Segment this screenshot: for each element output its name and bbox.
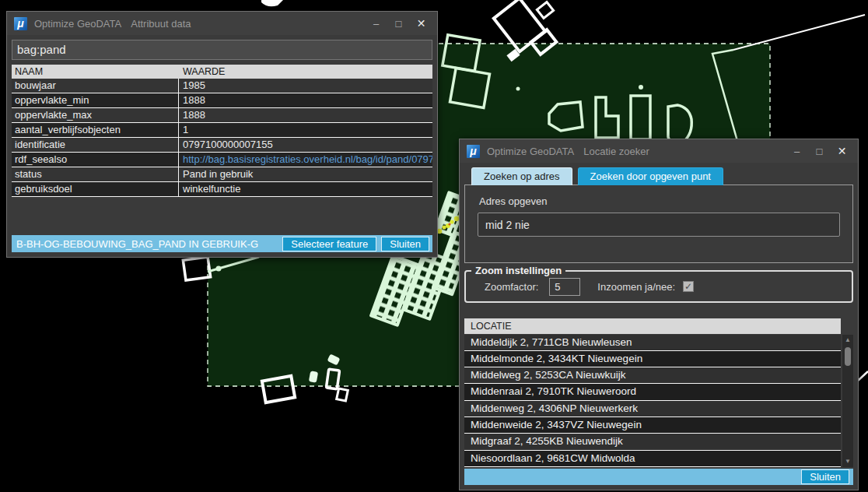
address-label: Adres opgeven (479, 195, 840, 207)
tab-zoeken-door-opgeven-punt[interactable]: Zoeken door opgeven punt (578, 167, 723, 185)
zoomfactor-label: Zoomfactor: (485, 281, 538, 293)
inzoomen-checkbox[interactable]: ✓ (683, 281, 694, 292)
search-tabs: Zoeken op adres Zoeken door opgeven punt (471, 167, 853, 185)
locatie-column-header: LOCATIE (464, 318, 841, 334)
zoomfactor-input[interactable] (549, 278, 580, 296)
attribute-window-titlebar[interactable]: μ Optimize GeoDATAAttribuut data – □ ✕ (7, 12, 437, 35)
window-title: Optimize GeoDATALocatie zoeker (487, 146, 649, 157)
location-window-titlebar[interactable]: μ Optimize GeoDATALocatie zoeker – □ ✕ (460, 139, 858, 163)
column-header-waarde: WAARDE (179, 65, 432, 79)
location-rows: Middeldijk 2, 7711CB Nieuwleusen Middelm… (464, 335, 841, 467)
maximize-icon[interactable]: □ (808, 146, 831, 157)
close-icon[interactable]: ✕ (410, 17, 432, 30)
list-item[interactable]: Midgraaf 2, 4255KB Nieuwendijk (464, 434, 841, 450)
zoom-settings-title: Zoom instellingen (471, 265, 565, 276)
sluiten-button[interactable]: Sluiten (381, 237, 429, 251)
rdf-seealso-link[interactable]: http://bag.basisregistraties.overheid.nl… (179, 153, 432, 167)
location-search-window: μ Optimize GeoDATALocatie zoeker – □ ✕ Z… (459, 139, 859, 490)
column-header-naam: NAAM (12, 65, 179, 79)
attribute-table: bouwjaar 1985 oppervlakte_min 1888 opper… (12, 79, 432, 197)
minimize-icon[interactable]: – (786, 146, 808, 157)
scroll-up-icon[interactable]: ▲ (845, 336, 851, 344)
list-item[interactable]: Middenweide 2, 3437VZ Nieuwegein (464, 417, 841, 434)
maximize-icon[interactable]: □ (387, 18, 410, 30)
scroll-down-icon[interactable]: ▼ (845, 458, 851, 466)
zoom-settings-group: Zoom instellingen Zoomfactor: Inzoomen j… (464, 270, 853, 303)
list-scrollbar[interactable]: ▲ ▼ (842, 335, 853, 468)
sluiten-button[interactable]: Sluiten (801, 469, 849, 484)
attribute-data-window: μ Optimize GeoDATAAttribuut data – □ ✕ b… (6, 11, 438, 258)
selecteer-feature-button[interactable]: Selecteer feature (282, 237, 376, 251)
table-row[interactable]: gebruiksdoel winkelfunctie (12, 182, 432, 197)
tab-zoeken-op-adres[interactable]: Zoeken op adres (471, 167, 572, 185)
address-input[interactable] (478, 213, 840, 237)
table-row[interactable]: identificatie 0797100000007155 (12, 138, 432, 153)
list-item[interactable]: Middeldijk 2, 7711CB Nieuwleusen (464, 335, 841, 351)
table-row[interactable]: oppervlakte_max 1888 (12, 108, 432, 123)
table-row[interactable]: aantal_verblijfsobjecten 1 (12, 123, 432, 138)
app-logo-icon: μ (14, 17, 27, 30)
inzoomen-label: Inzoomen ja/nee: (597, 281, 675, 293)
list-item[interactable]: Middelweg 2, 5253CA Nieuwkuijk (464, 367, 841, 384)
feature-status-text: B-BH-OG-BEBOUWING_BAG_PAND IN GEBRUIK-G (16, 238, 258, 250)
attribute-table-header: NAAM WAARDE (12, 65, 432, 79)
location-bottom-bar: Sluiten (464, 469, 853, 485)
close-icon[interactable]: ✕ (831, 145, 853, 157)
location-results-list: LOCATIE Middeldijk 2, 7711CB Nieuwleusen… (464, 318, 853, 467)
feature-class-header: bag:pand (12, 40, 432, 60)
table-empty-area (12, 197, 432, 235)
app-logo-icon: μ (467, 145, 480, 158)
minimize-icon[interactable]: – (365, 18, 387, 30)
table-row[interactable]: bouwjaar 1985 (12, 79, 432, 93)
window-title: Optimize GeoDATAAttribuut data (34, 18, 191, 30)
checkmark-icon: ✓ (684, 281, 692, 292)
attribute-status-bar: B-BH-OG-BEBOUWING_BAG_PAND IN GEBRUIK-G … (12, 235, 432, 252)
list-item[interactable]: Middenweg 2, 4306NP Nieuwerkerk (464, 401, 841, 417)
table-row[interactable]: rdf_seealso http://bag.basisregistraties… (12, 153, 432, 167)
table-row[interactable]: status Pand in gebruik (12, 167, 432, 182)
list-item[interactable]: Middelmonde 2, 3434KT Nieuwegein (464, 351, 841, 367)
table-row[interactable]: oppervlakte_min 1888 (12, 93, 432, 108)
address-tab-panel: Adres opgeven (464, 184, 853, 263)
scrollbar-thumb[interactable] (845, 347, 851, 366)
list-item[interactable]: Middenraai 2, 7910TK Nieuweroord (464, 384, 841, 400)
list-item[interactable]: Niesoordlaan 2, 9681CW Midwolda (464, 451, 841, 467)
